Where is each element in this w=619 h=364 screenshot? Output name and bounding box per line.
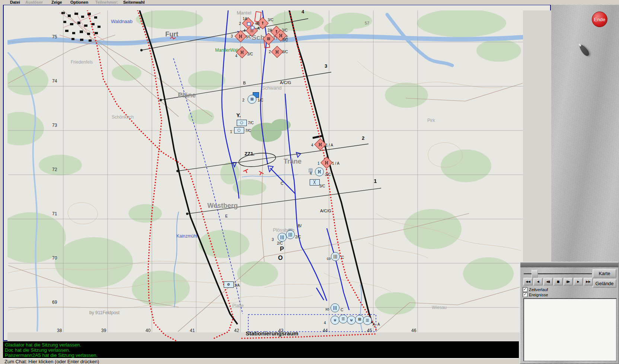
unit-designation-label: 1A <box>243 17 247 21</box>
unit-frame: ☰ <box>339 315 348 323</box>
unit-frame-diamond: )( <box>271 46 283 58</box>
unit-frame: ⊞ <box>248 95 256 104</box>
unit-type-glyph: ⊞ <box>267 37 270 41</box>
friendly-unit-symbol[interactable]: )(43/C <box>315 167 324 176</box>
enemy-unit-symbol[interactable]: ⊞2A <box>264 35 273 43</box>
friendly-unit-symbol[interactable]: ☰AA <box>363 316 372 325</box>
menu-item-datei[interactable]: Datei <box>10 0 20 4</box>
unit-designation-label: 2/C <box>277 241 283 245</box>
unit-designation-label: 3/C <box>246 35 252 39</box>
friendly-unit-symbol[interactable]: 4BA <box>251 26 254 29</box>
playback-button-2[interactable]: ◀▮ <box>543 278 553 286</box>
unit-frame: ∪ <box>331 316 339 325</box>
karte-button[interactable]: Karte <box>593 269 616 278</box>
unit-designation-label: 7/C <box>245 129 251 133</box>
enemy-unit-symbol[interactable]: )(11 / A <box>322 158 331 167</box>
unit-designation-label: 1 / A <box>332 161 339 165</box>
unit-designation-label: 4 <box>310 171 312 175</box>
checkbox-ereignisse[interactable]: ✓ <box>523 292 527 297</box>
playback-button-3[interactable]: ■ <box>553 278 563 286</box>
friendly-unit-symbol[interactable]: |||2/C <box>286 230 295 239</box>
status-bar[interactable]: Zum Chat: Hier klicken (oder Enter drück… <box>3 358 519 364</box>
playback-button-5[interactable]: ▶ <box>574 278 583 286</box>
friendly-unit-symbol[interactable]: ||| <box>331 252 340 261</box>
unit-type-glyph: ○ <box>240 121 243 125</box>
unit-designation-label: 4 <box>324 321 326 325</box>
playback-panel-titlebar[interactable] <box>520 262 618 267</box>
friendly-unit-symbol[interactable]: ∪4 <box>331 316 339 325</box>
unit-type-glyph: )( <box>239 34 242 38</box>
unit-type-glyph: ∪ <box>334 318 336 322</box>
friendly-unit-symbol[interactable]: ○7/C1 <box>234 127 244 133</box>
friendly-unit-symbol[interactable]: ⊘3/A <box>224 281 234 288</box>
playback-button-6[interactable]: ▶▶ <box>584 278 593 286</box>
chat-prompt[interactable]: Zum Chat: Hier klicken (oder Enter drück… <box>4 359 99 364</box>
menu-item-zeige[interactable]: Zeige <box>51 0 62 4</box>
friendly-unit-symbol[interactable]: ⊞21/C <box>248 95 256 104</box>
checkbox-zeitverlauf[interactable]: ✓ <box>523 287 527 292</box>
unit-type-glyph: )( <box>279 33 283 38</box>
unit-frame: ⊘ <box>224 281 234 288</box>
unit-frame: ∪ <box>347 316 356 325</box>
map-symbols <box>289 169 312 232</box>
ende-button[interactable]: Ende <box>592 12 607 27</box>
unit-type-glyph: ⊞ <box>251 97 253 101</box>
unit-frame-diamond: )( <box>314 138 326 151</box>
unit-designation-label: 3/C <box>282 38 288 42</box>
unit-frame: ||| <box>331 303 339 312</box>
enemy-unit-symbol[interactable]: )(23/C <box>273 48 281 56</box>
unit-designation-label: 3/C <box>247 52 253 56</box>
menu-item-optionen[interactable]: Optionen <box>70 0 88 4</box>
forest-patches <box>7 10 521 315</box>
chat-message: Gladiator hat die Sitzung verlassen. <box>5 342 81 348</box>
playback-button-4[interactable]: ▮▶ <box>564 278 573 286</box>
friendly-unit-symbol[interactable]: ╳3/C <box>310 179 320 186</box>
unit-designation-label: 3/C <box>325 173 331 177</box>
menu-item-seitenwahl[interactable]: Seitenwahl <box>123 0 144 4</box>
unit-type-glyph: ○ <box>237 128 241 132</box>
timeline-slider-handle[interactable] <box>532 270 538 278</box>
unit-frame-diamond: ⊞ <box>262 33 275 45</box>
friendly-unit-symbol[interactable]: ☰ <box>339 315 348 323</box>
unit-type-glyph: )( <box>240 50 244 54</box>
checkbox-label: Zeitverlauf <box>529 287 548 292</box>
chat-area: Gladiator hat die Sitzung verlassen.Doc … <box>3 341 519 358</box>
unit-frame: ||| <box>278 233 287 242</box>
unit-frame: ||| <box>331 252 340 261</box>
enemy-unit-symbol[interactable]: )(3/C4 <box>238 48 246 57</box>
menu-bar: DateiAuslöserZeigeOptionenTeilnehmer:Sei… <box>0 0 619 5</box>
enemy-unit-symbol[interactable]: )(41 / A <box>316 140 325 149</box>
unit-type-glyph: ☰ <box>342 317 345 321</box>
unit-frame-diamond: )( <box>320 157 333 169</box>
checkbox-row-zeitverlauf: ✓Zeitverlauf <box>523 287 548 292</box>
enemy-unit-symbol[interactable]: )(3/C <box>277 31 285 40</box>
unit-frame: ☰ <box>363 316 372 325</box>
unit-designation-label: 3/A <box>234 283 240 287</box>
friendly-unit-symbol[interactable]: ∪ <box>347 316 356 325</box>
unit-frame: ○ <box>234 127 244 133</box>
friendly-unit-symbol[interactable]: ||| <box>331 303 339 312</box>
playback-button-0[interactable]: ◀◀ <box>523 278 533 286</box>
unit-frame: ○ <box>237 120 247 126</box>
playback-panel: Karte Gelände ◀◀◀◀▮■▮▶▶▶▶ ✓Zeitverlauf✓E… <box>520 262 619 364</box>
map-canvas[interactable] <box>7 10 554 345</box>
unit-designation-label: 1 <box>230 130 232 134</box>
friendly-unit-symbol[interactable]: |||32/C <box>278 233 287 242</box>
enemy-unit-symbol[interactable]: )(33/C <box>236 32 245 41</box>
menu-item-teilnehmer: Teilnehmer: <box>95 0 118 4</box>
chat-message: Doc hat die Sitzung verlassen. <box>5 347 70 353</box>
unit-type-glyph: )( <box>325 161 328 165</box>
unit-frame: )( <box>315 167 324 176</box>
unit-designation-label: 3/C <box>268 18 274 22</box>
unit-type-glyph: ||| <box>333 306 337 310</box>
unit-designation-label: 2 <box>269 50 271 54</box>
playback-button-1[interactable]: ◀ <box>533 278 543 286</box>
unit-designation-label: A <box>373 322 375 326</box>
friendly-unit-symbol[interactable]: ○7/C <box>237 120 247 126</box>
unit-type-glyph: ∪ <box>350 318 353 322</box>
unit-designation-label: 2A <box>268 28 272 32</box>
unit-type-glyph: ||| <box>288 233 293 236</box>
gelaende-button[interactable]: Gelände <box>593 279 616 288</box>
events-list[interactable] <box>523 298 617 361</box>
friendly-unit-symbol[interactable]: 1A <box>247 22 251 26</box>
